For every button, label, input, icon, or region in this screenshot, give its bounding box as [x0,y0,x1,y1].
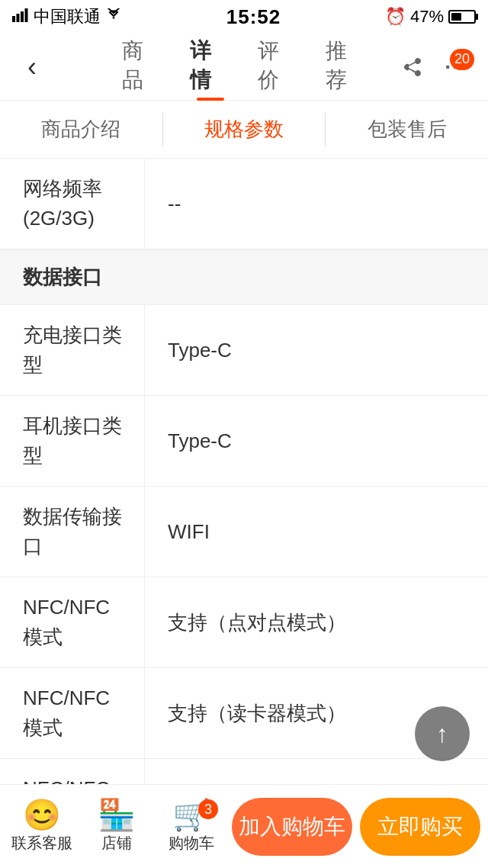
buy-now-button[interactable]: 立即购买 [360,798,480,856]
more-badge: 20 [450,49,474,70]
bottom-bar: 😊 联系客服 🏪 店铺 🛒 购物车 3 加入购物车 立即购买 [0,784,488,868]
alarm-icon: ⏰ [385,7,406,27]
tab-recommend[interactable]: 推荐 [326,37,366,98]
shop-label: 店铺 [101,833,132,854]
spec-section-data-interface: 数据接口 [0,249,488,305]
spec-value-headphone-port: Type-C [145,396,488,486]
tab-detail[interactable]: 详情 [190,37,230,98]
svg-rect-2 [21,11,24,22]
spec-row-network-freq: 网络频率(2G/3G) -- [0,159,488,249]
spec-label-data-transfer: 数据传输接口 [0,487,145,577]
spec-value-nfc-p2p: 支持（点对点模式） [145,577,488,667]
svg-rect-1 [17,14,20,22]
svg-rect-0 [12,16,15,22]
spec-row-data-transfer: 数据传输接口 WIFI [0,487,488,577]
spec-label-headphone-port: 耳机接口类型 [0,396,145,486]
scroll-top-icon: ↑ [436,720,448,748]
nav-right: ··· 20 [396,50,473,84]
add-to-cart-button[interactable]: 加入购物车 [232,798,352,856]
service-icon: 😊 [23,799,61,830]
service-label: 联系客服 [11,833,72,854]
shop-icon: 🏪 [98,799,136,830]
spec-label-nfc-reader: NFC/NFC模式 [0,668,145,758]
spec-row-nfc-reader: NFC/NFC模式 支持（读卡器模式） [0,668,488,759]
bottom-buttons: 加入购物车 立即购买 [232,798,480,856]
spec-label-charging-port: 充电接口类型 [0,305,145,395]
spec-row-headphone-port: 耳机接口类型 Type-C [0,396,488,487]
status-time: 15:52 [226,5,281,29]
spec-row-nfc-p2p: NFC/NFC模式 支持（点对点模式） [0,577,488,668]
cart-badge: 3 [198,799,218,819]
sub-nav-package[interactable]: 包装售后 [326,101,488,158]
tab-goods[interactable]: 商品 [122,37,162,98]
bottom-action-cart[interactable]: 🛒 购物车 3 [157,799,226,854]
spec-value-data-transfer: WIFI [145,487,488,577]
battery-icon [448,10,476,24]
status-bar: 中国联通 15:52 ⏰ 47% [0,0,488,34]
bottom-action-shop[interactable]: 🏪 店铺 [82,799,151,854]
more-button[interactable]: ··· 20 [439,50,473,84]
signal-icon [12,7,29,27]
content-area: 网络频率(2G/3G) -- 数据接口 充电接口类型 Type-C 耳机接口类型… [0,159,488,868]
nav-bar: ‹ 商品 详情 评价 推荐 ··· 20 [0,34,488,101]
spec-value-network-freq: -- [145,159,488,249]
spec-table: 网络频率(2G/3G) -- 数据接口 充电接口类型 Type-C 耳机接口类型… [0,159,488,868]
back-button[interactable]: ‹ [15,50,49,84]
spec-row-charging-port: 充电接口类型 Type-C [0,305,488,396]
status-left: 中国联通 [12,5,122,28]
sub-nav-specs[interactable]: 规格参数 [163,101,326,158]
tab-review[interactable]: 评价 [258,37,298,98]
spec-label-network-freq: 网络频率(2G/3G) [0,159,145,249]
nav-tabs: 商品 详情 评价 推荐 [122,37,366,98]
sub-nav-intro[interactable]: 商品介绍 [0,101,162,158]
spec-value-charging-port: Type-C [145,305,488,395]
status-right: ⏰ 47% [385,7,476,27]
cart-label: 购物车 [169,833,214,854]
bottom-action-service[interactable]: 😊 联系客服 [8,799,76,854]
carrier-name: 中国联通 [34,5,101,28]
sub-nav: 商品介绍 规格参数 包装售后 [0,101,488,159]
scroll-top-button[interactable]: ↑ [415,706,470,761]
spec-label-nfc-p2p: NFC/NFC模式 [0,577,145,667]
battery-percent: 47% [410,7,444,27]
share-button[interactable] [396,52,427,82]
svg-rect-3 [25,8,28,22]
wifi-icon [105,7,122,27]
